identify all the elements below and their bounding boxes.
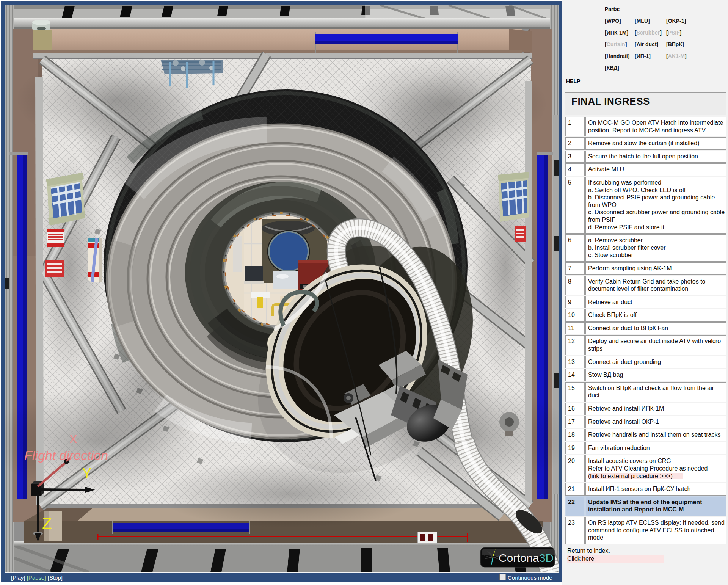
svg-text:X: X (69, 433, 77, 446)
svg-text:Z: Z (42, 514, 52, 532)
svg-text:Flight direction: Flight direction (24, 448, 108, 463)
svg-text:Cortona3D: Cortona3D (499, 552, 554, 564)
svg-text:Y: Y (82, 466, 91, 481)
